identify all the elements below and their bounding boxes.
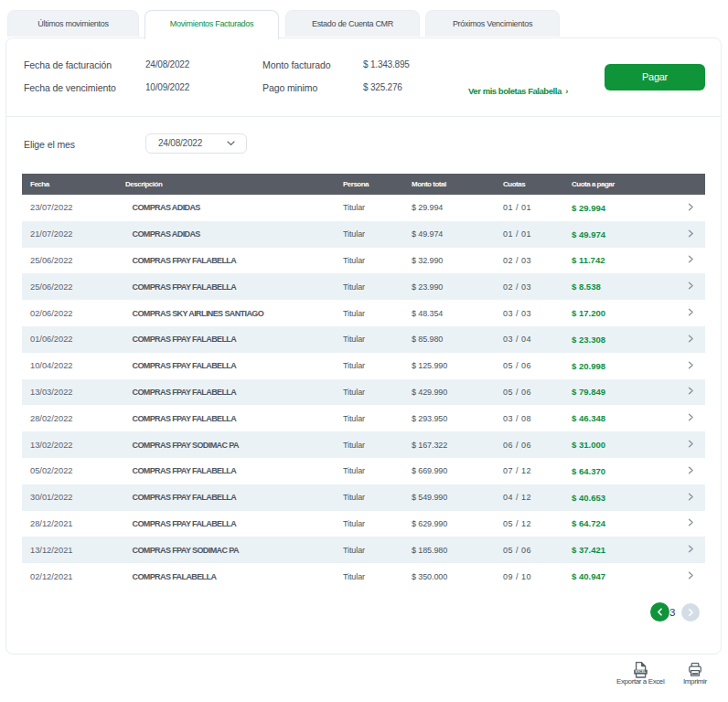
svg-text:EXCEL: EXCEL: [636, 670, 646, 674]
